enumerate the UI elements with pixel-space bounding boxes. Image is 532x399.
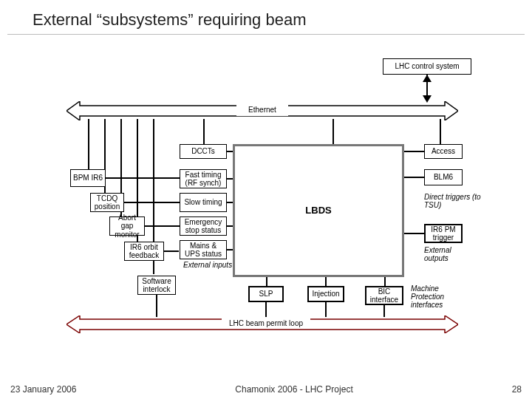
footer: 23 January 2006 Chamonix 2006 - LHC Proj…: [0, 384, 532, 395]
conn-line: [227, 178, 233, 180]
emergency-box: Emergency stop status: [180, 216, 227, 236]
svg-marker-1: [423, 75, 432, 82]
external-inputs-label: External inputs: [183, 261, 232, 269]
slow-timing-box: Slow timing: [180, 193, 227, 212]
mains-box: Mains & UPS status: [180, 240, 227, 259]
conn-line: [227, 249, 233, 250]
permit-label: LHC beam permit loop: [222, 318, 310, 329]
conn-line: [325, 302, 327, 317]
conn-line: [88, 119, 89, 169]
conn-line: [124, 202, 180, 203]
conn-line: [227, 225, 233, 227]
conn-line: [227, 151, 233, 152]
footer-date: 23 January 2006: [10, 384, 76, 395]
ethernet-label: Ethernet: [236, 104, 288, 116]
abort-box: Abort gap monitor: [109, 216, 145, 236]
conn-line: [156, 295, 157, 317]
blm-box: BLM6: [424, 169, 463, 185]
slp-box: SLP: [248, 286, 284, 302]
diagram-canvas: LHC control system Ethernet BPM IR6 TCDQ…: [0, 35, 532, 367]
conn-line: [440, 119, 441, 144]
conn-line: [404, 177, 424, 178]
injection-box: Injection: [307, 286, 344, 302]
footer-page: 28: [512, 384, 522, 395]
direct-triggers-label: Direct triggers (to TSU): [424, 193, 485, 209]
tcdq-box: TCDQ position: [90, 193, 124, 212]
conn-line: [383, 305, 385, 317]
conn-line: [266, 277, 267, 286]
conn-line: [325, 277, 327, 286]
conn-line: [227, 202, 233, 203]
conn-line: [265, 302, 267, 317]
footer-center: Chamonix 2006 - LHC Project: [235, 384, 352, 395]
conn-line: [404, 151, 424, 152]
pm-trigger-box: IR6 PM trigger: [424, 224, 463, 243]
conn-line: [203, 119, 205, 144]
bic-box: BIC interface: [365, 286, 403, 305]
conn-line: [332, 119, 334, 144]
swi-box: Software interlock: [137, 276, 176, 295]
conn-line: [106, 177, 180, 179]
external-outputs-label: External outputs: [424, 246, 468, 262]
arrow-up-icon: [423, 75, 432, 82]
bpm-box: BPM IR6: [70, 169, 106, 187]
page-title: External “subsystems” requiring beam: [0, 0, 532, 34]
lbds-box: LBDS: [233, 144, 404, 277]
access-box: Access: [424, 144, 463, 159]
conn-line: [145, 225, 180, 227]
conn-line: [164, 250, 179, 252]
lhc-control-box: LHC control system: [383, 58, 471, 75]
mp-label: Machine Protection interfaces: [411, 284, 468, 309]
orbit-box: IR6 orbit feedback: [124, 242, 164, 261]
conn-line: [384, 277, 386, 286]
fast-timing-box: Fast timing (RF synch): [180, 169, 227, 188]
conn-line: [404, 233, 424, 234]
dccts-box: DCCTs: [180, 144, 227, 159]
